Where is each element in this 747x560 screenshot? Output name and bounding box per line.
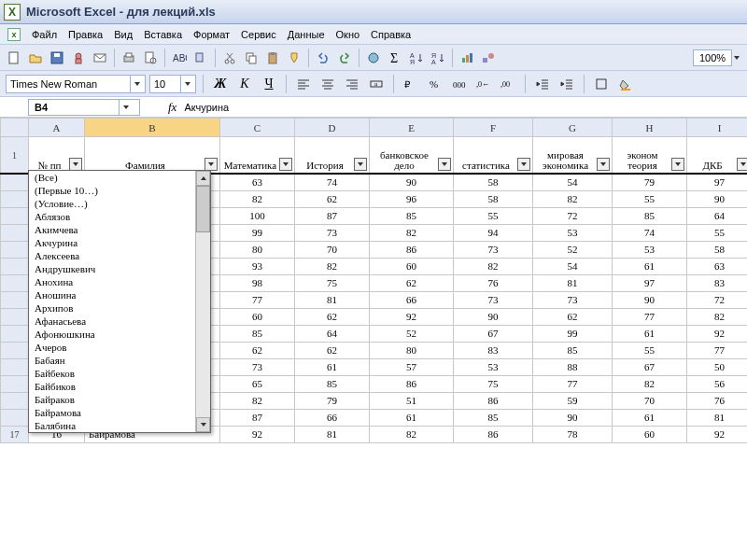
cell[interactable]: 75 xyxy=(295,274,370,291)
dropdown-item[interactable]: Байбеков xyxy=(29,367,195,380)
hyperlink-button[interactable] xyxy=(363,48,384,68)
cell[interactable]: 90 xyxy=(454,308,533,325)
header-cell[interactable]: Математика xyxy=(220,137,295,175)
cell[interactable]: 52 xyxy=(533,241,613,258)
cell[interactable]: 56 xyxy=(687,375,748,392)
cell[interactable]: 70 xyxy=(613,392,687,409)
cell[interactable]: 96 xyxy=(370,190,454,207)
cell[interactable]: 92 xyxy=(220,426,295,442)
autofilter-dropdown[interactable]: (Все)(Первые 10…)(Условие…)АблязовАкимче… xyxy=(28,170,211,433)
format-painter-button[interactable] xyxy=(284,48,304,68)
filter-button[interactable] xyxy=(597,158,610,171)
cell[interactable]: 63 xyxy=(687,258,748,274)
header-cell[interactable]: мировая экономика xyxy=(533,137,613,175)
decrease-decimal-button[interactable]: ,00 xyxy=(498,74,518,94)
cell[interactable]: 87 xyxy=(295,207,370,224)
cell[interactable]: 55 xyxy=(454,207,533,224)
chevron-down-icon[interactable] xyxy=(180,76,193,92)
increase-indent-button[interactable] xyxy=(557,74,577,94)
new-button[interactable] xyxy=(4,48,24,68)
filter-button[interactable] xyxy=(737,158,747,171)
cell[interactable]: 82 xyxy=(370,224,454,241)
font-size-combo[interactable] xyxy=(149,75,196,93)
cell[interactable]: 52 xyxy=(370,325,454,342)
cell[interactable]: 90 xyxy=(370,174,454,190)
filter-button[interactable] xyxy=(671,158,684,171)
cell[interactable]: 77 xyxy=(533,375,613,392)
row-header[interactable] xyxy=(1,207,29,224)
cell[interactable]: 55 xyxy=(687,224,748,241)
row-header[interactable] xyxy=(1,291,29,308)
cell[interactable]: 93 xyxy=(220,258,295,274)
redo-button[interactable] xyxy=(334,48,355,68)
column-header[interactable]: I xyxy=(687,119,748,137)
cell[interactable]: 62 xyxy=(295,308,370,325)
cell[interactable]: 92 xyxy=(687,325,748,342)
dropdown-item[interactable]: Афанасьева xyxy=(29,315,195,328)
formula-value[interactable]: Акчурина xyxy=(184,102,747,113)
cell[interactable]: 62 xyxy=(370,274,454,291)
cell[interactable]: 79 xyxy=(295,392,370,409)
research-button[interactable] xyxy=(190,48,211,68)
row-header[interactable] xyxy=(1,325,29,342)
italic-button[interactable]: К xyxy=(234,74,255,94)
menu-data[interactable]: Данные xyxy=(288,29,325,40)
menu-window[interactable]: Окно xyxy=(336,29,360,40)
row-header[interactable]: 17 xyxy=(1,426,29,442)
cell[interactable]: 58 xyxy=(454,174,533,190)
cell[interactable]: 81 xyxy=(687,409,748,426)
name-box-input[interactable] xyxy=(29,101,119,114)
chevron-down-icon[interactable] xyxy=(119,100,132,115)
scroll-thumb[interactable] xyxy=(196,186,210,232)
cell[interactable]: 92 xyxy=(370,308,454,325)
cell[interactable]: 86 xyxy=(370,241,454,258)
sort-asc-button[interactable]: АЯ xyxy=(406,48,427,68)
cell[interactable]: 65 xyxy=(220,375,295,392)
autosum-button[interactable]: Σ xyxy=(385,48,405,68)
cell[interactable]: 54 xyxy=(533,174,613,190)
cell[interactable]: 99 xyxy=(533,325,613,342)
dropdown-item[interactable]: Акчурина xyxy=(29,236,195,249)
cell[interactable]: 73 xyxy=(220,358,295,375)
cell[interactable]: 53 xyxy=(454,358,533,375)
cell[interactable]: 81 xyxy=(295,426,370,442)
dropdown-item[interactable]: Акимчева xyxy=(29,223,195,236)
scroll-up-button[interactable] xyxy=(196,171,210,186)
cell[interactable]: 61 xyxy=(295,358,370,375)
dropdown-item[interactable]: Аблязов xyxy=(29,210,195,223)
save-button[interactable] xyxy=(47,48,67,68)
cell[interactable]: 72 xyxy=(687,291,748,308)
cell[interactable]: 66 xyxy=(295,409,370,426)
chevron-down-icon[interactable] xyxy=(734,56,740,60)
cell[interactable]: 97 xyxy=(687,174,748,190)
cell[interactable]: 83 xyxy=(454,342,533,358)
permission-button[interactable] xyxy=(68,48,89,68)
dropdown-item[interactable]: Архипов xyxy=(29,301,195,315)
cell[interactable]: 82 xyxy=(613,375,687,392)
cell[interactable]: 53 xyxy=(533,224,613,241)
cell[interactable]: 73 xyxy=(295,224,370,241)
dropdown-item[interactable]: Бабаян xyxy=(29,354,195,367)
cell[interactable]: 67 xyxy=(613,358,687,375)
filter-button[interactable] xyxy=(438,158,451,171)
comma-button[interactable]: 000 xyxy=(449,74,470,94)
cell[interactable]: 59 xyxy=(533,392,613,409)
cell[interactable]: 90 xyxy=(613,291,687,308)
dropdown-item[interactable]: (Все) xyxy=(29,171,195,184)
cell[interactable]: 61 xyxy=(370,409,454,426)
menu-insert[interactable]: Вставка xyxy=(144,29,182,40)
dropdown-item[interactable]: (Условие…) xyxy=(29,197,195,210)
cell[interactable]: 85 xyxy=(295,375,370,392)
cell[interactable]: 74 xyxy=(613,224,687,241)
cell[interactable]: 97 xyxy=(613,274,687,291)
font-size-input[interactable] xyxy=(150,76,180,92)
dropdown-scrollbar[interactable] xyxy=(195,171,210,432)
cell[interactable]: 86 xyxy=(370,375,454,392)
cell[interactable]: 62 xyxy=(533,308,613,325)
cell[interactable]: 77 xyxy=(220,291,295,308)
row-header[interactable] xyxy=(1,358,29,375)
dropdown-item[interactable]: Ачеров xyxy=(29,341,195,354)
menu-help[interactable]: Справка xyxy=(371,29,411,40)
menu-file[interactable]: Файл xyxy=(32,29,57,40)
column-header[interactable]: H xyxy=(613,119,687,137)
